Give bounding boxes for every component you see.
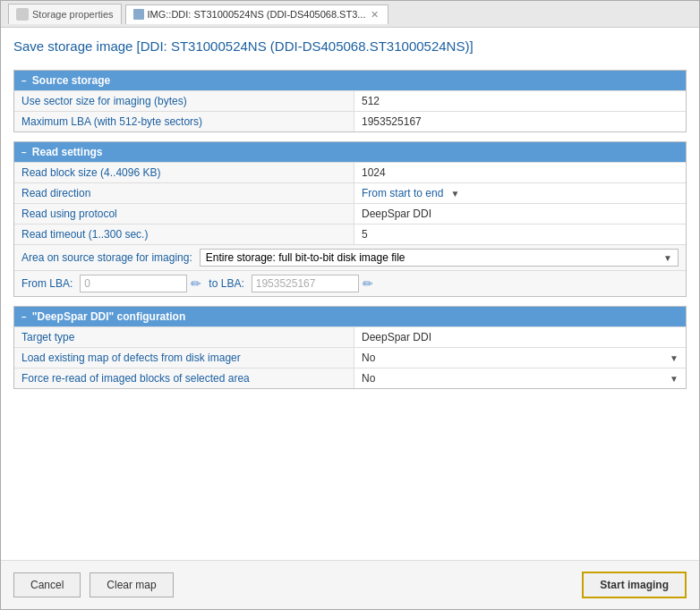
source-storage-header: − Source storage	[14, 71, 686, 90]
to-lba-label: to LBA:	[209, 277, 243, 290]
from-lba-input-box: ✏	[80, 275, 201, 292]
main-window: Storage properties IMG::DDI: ST31000524N…	[0, 0, 700, 610]
row-value-timeout: 5	[354, 225, 686, 244]
area-dropdown-value: Entire storage: full bit-to-bit disk ima…	[206, 251, 405, 264]
source-storage-title: Source storage	[32, 74, 110, 87]
from-lba-input[interactable]	[80, 275, 187, 292]
row-value-force-reread[interactable]: No ▼	[354, 369, 686, 388]
row-value-sector-size: 512	[354, 91, 686, 111]
read-settings-section: − Read settings Read block size (4..4096…	[13, 141, 687, 297]
tab-storage-properties[interactable]: Storage properties	[8, 4, 122, 24]
row-value-protocol: DeepSpar DDI	[354, 204, 686, 224]
load-map-dropdown-arrow[interactable]: ▼	[670, 353, 679, 363]
row-label-max-lba: Maximum LBA (with 512-byte sectors)	[14, 112, 354, 131]
row-value-load-map[interactable]: No ▼	[354, 348, 686, 368]
tab-img-label: IMG::DDI: ST31000524NS (DDI-DS405068.ST3…	[148, 9, 366, 20]
table-row: Read direction From start to end ▼	[14, 182, 686, 203]
cancel-button[interactable]: Cancel	[13, 572, 81, 597]
table-row: Force re-read of imaged blocks of select…	[14, 368, 686, 388]
table-row: Use sector size for imaging (bytes) 512	[14, 90, 686, 111]
img-icon	[133, 9, 144, 20]
table-row: Read block size (4..4096 KB) 1024	[14, 162, 686, 182]
storage-icon	[16, 8, 29, 21]
table-row: Maximum LBA (with 512-byte sectors) 1953…	[14, 111, 686, 131]
table-row: Target type DeepSpar DDI	[14, 326, 686, 347]
title-bar: Storage properties IMG::DDI: ST31000524N…	[1, 1, 699, 28]
area-row: Area on source storage for imaging: Enti…	[14, 244, 686, 270]
table-row: Load existing map of defects from disk i…	[14, 347, 686, 368]
row-value-max-lba: 1953525167	[354, 112, 686, 131]
footer: Cancel Clear map Start imaging	[1, 560, 699, 609]
deepspar-section: − "DeepSpar DDI" configuration Target ty…	[13, 306, 687, 389]
collapse-deepspar-icon[interactable]: −	[21, 312, 27, 322]
load-map-value: No	[362, 352, 375, 364]
deepspar-title: "DeepSpar DDI" configuration	[32, 310, 185, 323]
row-label-protocol: Read using protocol	[14, 204, 354, 224]
row-value-target-type: DeepSpar DDI	[354, 327, 686, 347]
lba-row: From LBA: ✏ to LBA: ✏	[14, 270, 686, 296]
collapse-icon[interactable]: −	[21, 76, 27, 86]
tab-img[interactable]: IMG::DDI: ST31000524NS (DDI-DS405068.ST3…	[125, 4, 389, 24]
clear-map-button[interactable]: Clear map	[90, 572, 173, 597]
tab-storage-label: Storage properties	[32, 9, 114, 20]
row-label-force-reread: Force re-read of imaged blocks of select…	[14, 369, 354, 388]
row-label-target-type: Target type	[14, 327, 354, 347]
row-value-direction[interactable]: From start to end ▼	[354, 183, 686, 203]
from-lba-edit-icon[interactable]: ✏	[191, 276, 201, 291]
direction-dropdown-arrow[interactable]: ▼	[450, 189, 459, 199]
read-settings-title: Read settings	[32, 146, 103, 158]
row-value-block-size: 1024	[354, 163, 686, 182]
table-row: Read timeout (1..300 sec.) 5	[14, 224, 686, 244]
row-label-sector-size: Use sector size for imaging (bytes)	[14, 91, 354, 111]
area-row-label: Area on source storage for imaging:	[21, 251, 192, 264]
tab-close-icon[interactable]: ✕	[369, 9, 380, 21]
start-imaging-button[interactable]: Start imaging	[582, 572, 687, 598]
to-lba-edit-icon[interactable]: ✏	[363, 276, 373, 291]
footer-left-buttons: Cancel Clear map	[13, 572, 174, 597]
read-settings-header: − Read settings	[14, 142, 686, 162]
source-storage-section: − Source storage Use sector size for ima…	[13, 70, 687, 132]
page-title: Save storage image [DDI: ST31000524NS (D…	[13, 38, 687, 61]
row-label-timeout: Read timeout (1..300 sec.)	[14, 225, 354, 244]
row-label-direction: Read direction	[14, 183, 354, 203]
area-dropdown-arrow[interactable]: ▼	[663, 253, 672, 263]
table-row: Read using protocol DeepSpar DDI	[14, 203, 686, 224]
row-label-load-map: Load existing map of defects from disk i…	[14, 348, 354, 368]
row-label-block-size: Read block size (4..4096 KB)	[14, 163, 354, 182]
to-lba-input-box: ✏	[252, 275, 373, 292]
to-lba-input[interactable]	[252, 275, 359, 292]
direction-value: From start to end	[362, 187, 443, 199]
content-area: Save storage image [DDI: ST31000524NS (D…	[1, 28, 699, 560]
force-reread-value: No	[362, 372, 375, 385]
area-dropdown[interactable]: Entire storage: full bit-to-bit disk ima…	[200, 249, 679, 267]
collapse-read-icon[interactable]: −	[21, 148, 27, 157]
deepspar-header: − "DeepSpar DDI" configuration	[14, 307, 686, 326]
from-lba-label: From LBA:	[21, 277, 73, 290]
force-reread-dropdown-arrow[interactable]: ▼	[670, 374, 679, 384]
